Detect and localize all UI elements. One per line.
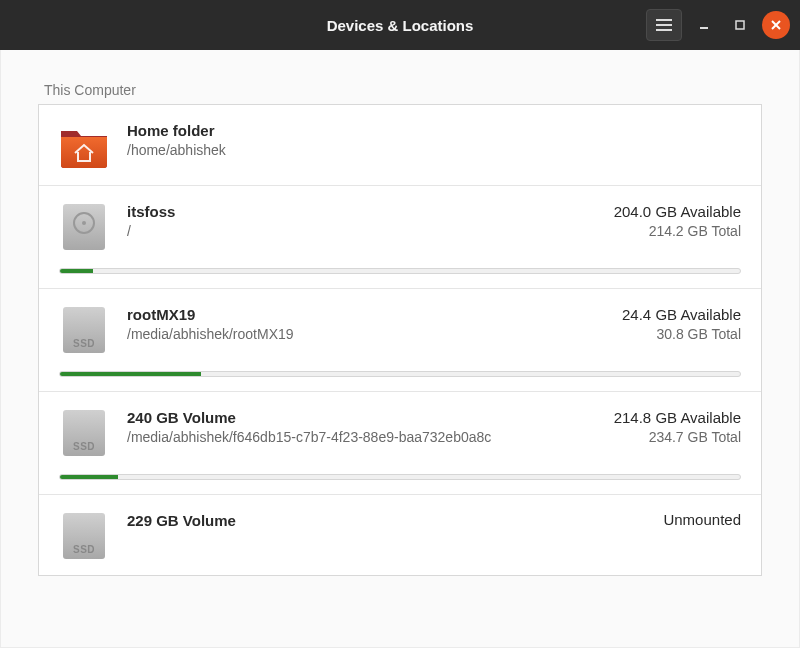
titlebar: Devices & Locations: [0, 0, 800, 50]
ssd-drive-icon: [63, 513, 105, 559]
device-info: 240 GB Volume/media/abhishek/f646db15-c7…: [127, 408, 596, 446]
maximize-icon: [734, 19, 746, 31]
device-info: Home folder/home/abhishek: [127, 121, 723, 159]
device-info: itsfoss/: [127, 202, 596, 240]
device-row-top: 240 GB Volume/media/abhishek/f646db15-c7…: [59, 408, 741, 458]
minimize-icon: [698, 19, 710, 31]
device-path: /: [127, 222, 596, 240]
ssd-drive-icon: [63, 307, 105, 353]
device-row-top: itsfoss/204.0 GB Available214.2 GB Total: [59, 202, 741, 252]
device-name: 229 GB Volume: [127, 511, 645, 531]
close-icon: [770, 19, 782, 31]
device-icon-box: [59, 408, 109, 458]
menu-button[interactable]: [646, 9, 682, 41]
device-row[interactable]: 229 GB VolumeUnmounted: [39, 495, 761, 575]
content-area: This Computer Home folder/home/abhisheki…: [0, 50, 800, 648]
device-name: Home folder: [127, 121, 723, 141]
device-row-top: 229 GB VolumeUnmounted: [59, 511, 741, 561]
ssd-drive-icon: [63, 410, 105, 456]
device-stats: 214.8 GB Available234.7 GB Total: [614, 408, 741, 446]
device-stats: 24.4 GB Available30.8 GB Total: [622, 305, 741, 343]
device-icon-box: [59, 121, 109, 171]
usage-bar-fill: [60, 475, 118, 479]
device-total: 214.2 GB Total: [614, 222, 741, 240]
svg-rect-0: [656, 19, 672, 21]
minimize-button[interactable]: [690, 11, 718, 39]
device-name: 240 GB Volume: [127, 408, 596, 428]
device-row[interactable]: 240 GB Volume/media/abhishek/f646db15-c7…: [39, 392, 761, 495]
device-icon-box: [59, 511, 109, 561]
usage-bar-fill: [60, 372, 201, 376]
device-icon-box: [59, 202, 109, 252]
device-available: 24.4 GB Available: [622, 305, 741, 325]
device-row[interactable]: Home folder/home/abhishek: [39, 105, 761, 186]
usage-bar: [59, 268, 741, 274]
svg-rect-2: [656, 29, 672, 31]
device-available: 204.0 GB Available: [614, 202, 741, 222]
device-list-panel: Home folder/home/abhishekitsfoss/204.0 G…: [38, 104, 762, 576]
usage-bar: [59, 371, 741, 377]
device-total: 30.8 GB Total: [622, 325, 741, 343]
device-icon-box: [59, 305, 109, 355]
device-row-top: Home folder/home/abhishek: [59, 121, 741, 171]
titlebar-controls: [646, 9, 790, 41]
device-info: rootMX19/media/abhishek/rootMX19: [127, 305, 604, 343]
device-info: 229 GB Volume: [127, 511, 645, 531]
svg-rect-4: [736, 21, 744, 29]
device-stats: 204.0 GB Available214.2 GB Total: [614, 202, 741, 240]
device-name: rootMX19: [127, 305, 604, 325]
close-button[interactable]: [762, 11, 790, 39]
hard-drive-icon: [63, 204, 105, 250]
device-row[interactable]: itsfoss/204.0 GB Available214.2 GB Total: [39, 186, 761, 289]
device-status: Unmounted: [663, 511, 741, 528]
svg-rect-1: [656, 24, 672, 26]
usage-bar: [59, 474, 741, 480]
device-total: 234.7 GB Total: [614, 428, 741, 446]
device-row[interactable]: rootMX19/media/abhishek/rootMX1924.4 GB …: [39, 289, 761, 392]
device-path: /home/abhishek: [127, 141, 723, 159]
section-label: This Computer: [38, 82, 762, 98]
app-window: Devices & Locations This Computer: [0, 0, 800, 648]
device-path: /media/abhishek/f646db15-c7b7-4f23-88e9-…: [127, 428, 596, 446]
device-name: itsfoss: [127, 202, 596, 222]
device-stats: Unmounted: [663, 511, 741, 528]
maximize-button[interactable]: [726, 11, 754, 39]
home-folder-icon: [59, 123, 109, 169]
usage-bar-fill: [60, 269, 93, 273]
hamburger-icon: [656, 19, 672, 31]
window-title: Devices & Locations: [327, 17, 474, 34]
device-available: 214.8 GB Available: [614, 408, 741, 428]
device-row-top: rootMX19/media/abhishek/rootMX1924.4 GB …: [59, 305, 741, 355]
device-path: /media/abhishek/rootMX19: [127, 325, 604, 343]
